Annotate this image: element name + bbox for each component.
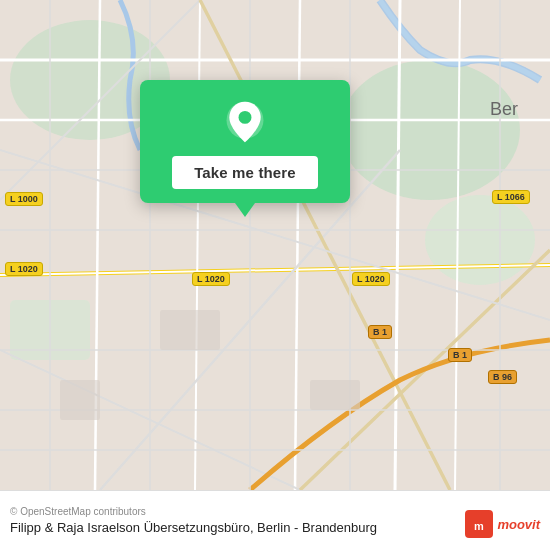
svg-point-1 <box>340 60 520 200</box>
footer: © OpenStreetMap contributors Filipp & Ra… <box>0 490 550 550</box>
road-badge-L1020-right: L 1020 <box>352 272 390 286</box>
place-title: Filipp & Raja Israelson Übersetzungsbüro… <box>10 520 540 535</box>
take-me-there-button[interactable]: Take me there <box>172 156 318 189</box>
map-container: Ber Take me there L 1000 L 1020 L 1020 L… <box>0 0 550 490</box>
road-badge-L1020-center: L 1020 <box>192 272 230 286</box>
moovit-text: moovit <box>497 517 540 532</box>
svg-point-35 <box>239 111 252 124</box>
road-badge-L1000: L 1000 <box>5 192 43 206</box>
moovit-logo-icon: m <box>465 510 493 538</box>
svg-rect-30 <box>160 310 220 350</box>
road-badge-B1-2: B 1 <box>448 348 472 362</box>
moovit-logo: m moovit <box>465 510 540 538</box>
location-pin-icon <box>221 98 269 146</box>
map-popup: Take me there <box>140 80 350 203</box>
svg-rect-32 <box>60 380 100 420</box>
svg-point-3 <box>425 195 535 285</box>
road-badge-L1066: L 1066 <box>492 190 530 204</box>
road-badge-B1-1: B 1 <box>368 325 392 339</box>
svg-rect-31 <box>310 380 360 410</box>
road-badge-L1020-left: L 1020 <box>5 262 43 276</box>
road-badge-B96: B 96 <box>488 370 517 384</box>
svg-text:m: m <box>474 520 484 532</box>
map-attribution: © OpenStreetMap contributors <box>10 506 540 517</box>
svg-text:Ber: Ber <box>490 99 518 119</box>
